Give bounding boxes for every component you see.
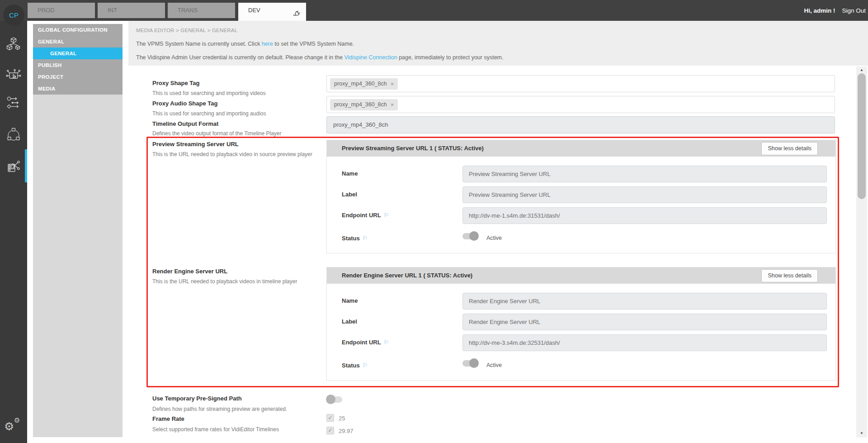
sidebar-item-media[interactable]: MEDIA: [33, 83, 123, 95]
settings-gear-icon[interactable]: ⚙: [4, 421, 14, 432]
status-label: Status⚐: [342, 235, 368, 242]
sidebar-item-project[interactable]: PROJECT: [33, 71, 123, 83]
status-toggle[interactable]: [462, 233, 478, 239]
label-input[interactable]: [462, 186, 827, 203]
render-engine-server-url-help: This is the URL needed to playback video…: [152, 278, 297, 285]
notice-text: The VPMS System Name is currently unset.…: [136, 41, 262, 47]
render-engine-server-panel: Render Engine Server URL 1 ( STATUS: Act…: [326, 267, 836, 381]
pre-signed-path-help: Defines how paths for streaming preview …: [152, 406, 287, 412]
proxy-audio-shape-tag-input[interactable]: proxy_mp4_360_8ch×: [326, 96, 835, 113]
top-bar: PROD INT TRANS DEV Hi, admin ! Sign Out: [0, 0, 868, 21]
endpoint-url-label: Endpoint URL⚐: [342, 339, 389, 346]
sidebar-item-general[interactable]: GENERAL: [33, 36, 123, 48]
chip-label: proxy_mp4_360_8ch: [334, 81, 387, 87]
framerate-2997-checkbox[interactable]: ✓: [326, 427, 334, 434]
app-root: PROD INT TRANS DEV Hi, admin ! Sign Out …: [0, 0, 868, 443]
endpoint-url-input[interactable]: [462, 334, 827, 351]
framerate-25-checkbox[interactable]: ✓: [326, 414, 334, 422]
toggle-knob: [469, 231, 479, 241]
label-row: Label: [327, 314, 835, 331]
plug-icon: [293, 8, 300, 24]
panel-title: Render Engine Server URL 1 ( STATUS: Act…: [342, 267, 472, 284]
framerate-2997-label: 29.97: [339, 428, 354, 434]
settings-gear-small-icon[interactable]: ⚙: [14, 417, 20, 424]
frame-rate-help: Select supported frame rates for VidiEdi…: [152, 426, 279, 433]
label-label: Label: [342, 318, 357, 325]
config-sidebar: GLOBAL CONFIGURATION GENERAL GENERAL PUB…: [33, 21, 123, 437]
preview-streaming-server-url-label: Preview Streaming Server URL: [152, 141, 239, 148]
here-link[interactable]: here: [262, 41, 273, 47]
workflow-icon[interactable]: [6, 95, 21, 110]
sign-out-link[interactable]: Sign Out: [842, 7, 866, 14]
status-value: Active: [486, 235, 502, 241]
render-engine-server-url-label: Render Engine Server URL: [152, 268, 227, 275]
endpoint-url-input[interactable]: [462, 207, 827, 224]
scrollbar-thumb[interactable]: [858, 73, 866, 199]
config-menu: GLOBAL CONFIGURATION GENERAL GENERAL PUB…: [33, 24, 123, 95]
scroll-down-icon[interactable]: ▼: [856, 430, 867, 437]
status-toggle[interactable]: [462, 360, 478, 367]
proxy-audio-shape-tag-chip[interactable]: proxy_mp4_360_8ch×: [330, 99, 398, 110]
panel-header: Preview Streaming Server URL 1 ( STATUS:…: [327, 140, 835, 157]
pre-signed-path-toggle[interactable]: [326, 396, 342, 403]
toggle-knob: [469, 358, 479, 368]
pre-signed-path-label: Use Temporary Pre-Signed Path: [152, 395, 242, 402]
sidebar-item-global-configuration[interactable]: GLOBAL CONFIGURATION: [33, 24, 123, 36]
name-label: Name: [342, 170, 358, 177]
status-row: Status⚐ Active: [327, 357, 835, 375]
remove-tag-icon[interactable]: ×: [391, 101, 394, 108]
control-touch-icon[interactable]: [6, 68, 21, 83]
toggle-knob: [326, 395, 335, 404]
label-input[interactable]: [462, 314, 827, 330]
show-less-details-button[interactable]: Show less details: [761, 142, 818, 155]
proxy-audio-shape-tag-help: This is used for searching and importing…: [152, 110, 266, 117]
breadcrumb: MEDIA EDITOR > GENERAL > GENERAL: [136, 28, 237, 33]
endpoint-row: Endpoint URL⚐: [327, 334, 835, 352]
flag-icon: ⚐: [363, 235, 368, 242]
name-input[interactable]: [462, 293, 827, 310]
env-tab-trans[interactable]: TRANS: [168, 3, 235, 18]
panel-title: Preview Streaming Server URL 1 ( STATUS:…: [342, 140, 484, 157]
timeline-output-format-help: Defines the video output format of the T…: [152, 130, 282, 137]
name-input[interactable]: [462, 166, 827, 182]
info-band: MEDIA EDITOR > GENERAL > GENERAL The VPM…: [128, 21, 868, 66]
name-row: Name: [327, 293, 835, 310]
proxy-shape-tag-help: This is used for searching and importing…: [152, 90, 266, 96]
sidebar-item-publish[interactable]: PUBLISH: [33, 59, 123, 71]
user-greeting: Hi, admin !: [804, 7, 835, 14]
preview-streaming-server-panel: Preview Streaming Server URL 1 ( STATUS:…: [326, 140, 836, 253]
remove-tag-icon[interactable]: ×: [391, 81, 394, 87]
frame-rate-label: Frame Rate: [152, 415, 184, 422]
chip-label: proxy_mp4_360_8ch: [334, 101, 387, 108]
env-tab-dev[interactable]: DEV: [238, 3, 306, 21]
sidebar-item-general-sub[interactable]: GENERAL: [33, 48, 123, 59]
active-module-indicator: [25, 149, 27, 182]
vidispine-connection-link[interactable]: Vidispine Connection: [344, 54, 397, 61]
env-tab-int[interactable]: INT: [98, 3, 165, 18]
env-tab-prod[interactable]: PROD: [28, 3, 95, 18]
vpms-name-notice: The VPMS System Name is currently unset.…: [136, 41, 354, 47]
timeline-output-format-input[interactable]: proxy_mp4_360_8ch: [326, 116, 835, 133]
proxy-shape-tag-input[interactable]: proxy_mp4_360_8ch×: [326, 75, 835, 92]
cp-logo[interactable]: CP: [3, 5, 24, 26]
user-area: Hi, admin ! Sign Out: [804, 0, 866, 21]
sidebar-lower-panel: [33, 95, 123, 437]
status-row: Status⚐ Active: [327, 230, 835, 248]
name-row: Name: [327, 166, 835, 183]
modules-cubes-icon[interactable]: [6, 36, 21, 52]
show-less-details-button[interactable]: Show less details: [761, 269, 818, 282]
proxy-shape-tag-chip[interactable]: proxy_mp4_360_8ch×: [330, 78, 398, 90]
name-label: Name: [342, 297, 358, 304]
module-rail: ⚙ ⚙: [0, 21, 27, 443]
preview-streaming-server-url-help: This is the URL needed to playback video…: [152, 151, 312, 157]
media-editor-icon[interactable]: [6, 159, 21, 175]
label-row: Label: [327, 186, 835, 204]
vertical-scrollbar[interactable]: ▲ ▼: [856, 67, 867, 438]
scroll-up-icon[interactable]: ▲: [856, 67, 867, 73]
endpoint-row: Endpoint URL⚐: [327, 207, 835, 224]
lifecycle-icon[interactable]: [6, 127, 21, 142]
notice-text: page, immediately to protect your system…: [397, 54, 504, 61]
vidispine-credential-notice: The Vidispine Admin User credential is c…: [136, 54, 504, 61]
endpoint-url-label: Endpoint URL⚐: [342, 212, 389, 219]
flag-icon: ⚐: [384, 212, 389, 219]
